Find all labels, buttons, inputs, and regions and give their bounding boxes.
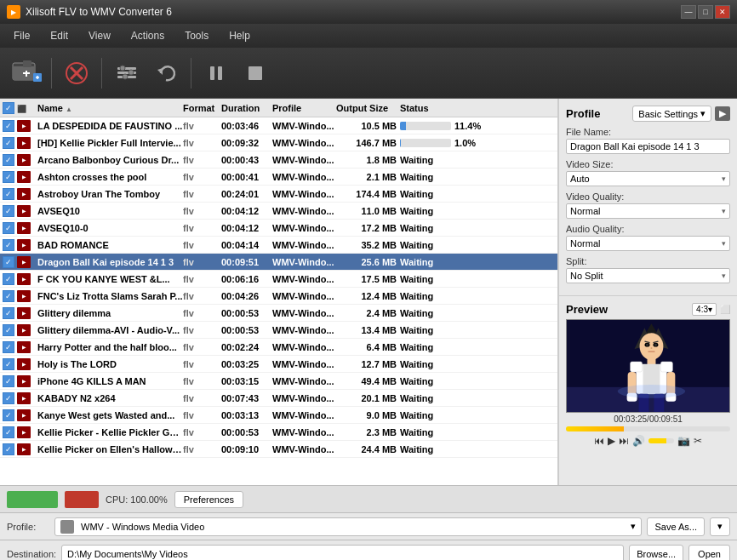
profile-select[interactable]: WMV - Windows Media Video ▾	[54, 517, 642, 536]
clip-button[interactable]: ✂	[694, 435, 702, 447]
table-row[interactable]: ▶ iPhone 4G KILLS A MAN flv 00:03:15 WMV…	[0, 373, 557, 390]
row-checkbox[interactable]	[3, 188, 14, 200]
file-list-body[interactable]: ▶ LA DESPEDIDA DE FAUSTINO ... flv 00:03…	[0, 117, 557, 485]
svg-point-26	[640, 333, 664, 360]
row-checkbox[interactable]	[3, 120, 14, 132]
stop-button[interactable]	[237, 55, 273, 91]
file-thumbnail: ▶	[17, 426, 31, 438]
close-button[interactable]: ✕	[715, 5, 730, 19]
preferences-button[interactable]: Preferences	[174, 491, 243, 508]
menu-tools[interactable]: Tools	[174, 26, 219, 45]
row-checkbox[interactable]	[3, 307, 14, 319]
basic-settings-button[interactable]: Basic Settings ▾	[632, 106, 711, 122]
row-checkbox[interactable]	[3, 154, 14, 166]
table-row[interactable]: ▶ FNC's Liz Trotta Slams Sarah P... flv …	[0, 288, 557, 305]
split-select[interactable]: No Split ▾	[566, 268, 730, 283]
row-name: FNC's Liz Trotta Slams Sarah P...	[34, 291, 183, 301]
table-row[interactable]: ▶ AVSEQ10-0 flv 00:04:12 WMV-Windo... 17…	[0, 220, 557, 237]
video-quality-select[interactable]: Normal ▾	[566, 203, 730, 219]
name-col-header[interactable]: Name ▲	[34, 103, 183, 113]
undo-button[interactable]	[148, 55, 184, 91]
table-row[interactable]: ▶ [HD] Kellie Pickler Full Intervie... f…	[0, 134, 557, 151]
row-status: Waiting	[400, 257, 557, 267]
row-checkbox[interactable]	[3, 205, 14, 217]
svg-rect-35	[648, 357, 656, 364]
row-format: flv	[183, 376, 221, 386]
row-checkbox[interactable]	[3, 137, 14, 149]
save-dropdown-button[interactable]: ▾	[710, 517, 730, 536]
table-row[interactable]: ▶ Astroboy Uran The Tomboy flv 00:24:01 …	[0, 186, 557, 203]
size-col-header[interactable]: Output Size	[336, 103, 400, 113]
row-checkbox[interactable]	[3, 426, 14, 438]
table-row[interactable]: ▶ BAD ROMANCE flv 00:04:14 WMV-Windo... …	[0, 237, 557, 254]
row-checkbox[interactable]	[3, 341, 14, 353]
fullscreen-icon[interactable]: ⬜	[720, 305, 730, 314]
video-size-select[interactable]: Auto ▾	[566, 171, 730, 186]
table-row[interactable]: ▶ Glittery dilemma-AVI - Audio-V... flv …	[0, 322, 557, 339]
open-button[interactable]: Open	[688, 545, 730, 561]
table-row[interactable]: ▶ Glittery dilemma flv 00:00:53 WMV-Wind…	[0, 305, 557, 322]
preview-progress-bar[interactable]	[566, 426, 730, 431]
rewind-button[interactable]: ⏮	[594, 435, 604, 447]
volume-slider[interactable]	[648, 438, 674, 443]
format-col-header[interactable]: Format	[183, 103, 221, 113]
minimize-button[interactable]: —	[681, 5, 696, 19]
row-checkbox[interactable]	[3, 290, 14, 302]
settings-button[interactable]	[109, 55, 145, 91]
table-row[interactable]: ▶ Ashton crosses the pool flv 00:00:41 W…	[0, 169, 557, 186]
table-row[interactable]: ▶ Kellie Picker - Kellie Pickler Get... …	[0, 424, 557, 441]
row-checkbox[interactable]	[3, 375, 14, 387]
row-size: 24.4 MB	[336, 444, 400, 454]
select-all-checkbox[interactable]	[3, 102, 14, 114]
file-name-input[interactable]	[566, 139, 730, 154]
table-row[interactable]: ▶ Kanye West gets Wasted and... flv 00:0…	[0, 407, 557, 424]
row-checkbox[interactable]	[3, 392, 14, 404]
table-row[interactable]: ▶ Holy is The LORD flv 00:03:25 WMV-Wind…	[0, 356, 557, 373]
expand-panel-button[interactable]: ▶	[715, 106, 730, 121]
row-name: Arcano Balbonboy Curious Dr...	[34, 155, 183, 165]
row-checkbox[interactable]	[3, 324, 14, 336]
table-row[interactable]: ▶ AVSEQ10 flv 00:04:12 WMV-Windo... 11.0…	[0, 203, 557, 220]
row-checkbox[interactable]	[3, 358, 14, 370]
row-duration: 00:09:51	[221, 257, 272, 267]
row-checkbox[interactable]	[3, 273, 14, 285]
destination-input[interactable]	[61, 545, 624, 561]
table-row[interactable]: ▶ Arcano Balbonboy Curious Dr... flv 00:…	[0, 151, 557, 169]
row-checkbox[interactable]	[3, 239, 14, 251]
save-as-button[interactable]: Save As...	[647, 517, 705, 536]
dropdown-arrow-icon: ▾	[700, 108, 706, 119]
row-checkbox[interactable]	[3, 171, 14, 183]
table-row[interactable]: ▶ F CK YOU KANYE WEST &L... flv 00:06:16…	[0, 271, 557, 288]
row-checkbox[interactable]	[3, 256, 14, 268]
audio-quality-select[interactable]: Normal ▾	[566, 236, 730, 251]
aspect-ratio-button[interactable]: 4:3▾	[692, 303, 717, 316]
table-row[interactable]: ▶ KABADY N2 x264 flv 00:07:43 WMV-Windo.…	[0, 390, 557, 407]
table-row[interactable]: ▶ Dragon Ball Kai episode 14 1 3 flv 00:…	[0, 254, 557, 271]
status-col-header[interactable]: Status	[400, 103, 557, 113]
row-checkbox[interactable]	[3, 409, 14, 421]
menu-file[interactable]: File	[3, 26, 40, 45]
row-checkbox[interactable]	[3, 443, 14, 455]
menu-actions[interactable]: Actions	[121, 26, 174, 45]
forward-button[interactable]: ⏭	[619, 435, 629, 447]
duration-col-header[interactable]: Duration	[221, 103, 272, 113]
table-row[interactable]: ▶ Kellie Picker on Ellen's Hallowe... fl…	[0, 441, 557, 458]
menu-view[interactable]: View	[78, 26, 121, 45]
remove-button[interactable]	[59, 55, 94, 91]
add-files-button[interactable]	[9, 55, 44, 91]
menu-edit[interactable]: Edit	[40, 26, 78, 45]
row-checkbox[interactable]	[3, 222, 14, 234]
screenshot-button[interactable]: 📷	[677, 435, 690, 447]
row-status: Waiting	[400, 172, 557, 182]
file-thumbnail: ▶	[17, 188, 31, 200]
table-row[interactable]: ▶ LA DESPEDIDA DE FAUSTINO ... flv 00:03…	[0, 117, 557, 134]
play-button[interactable]: ▶	[608, 435, 615, 447]
profile-col-header[interactable]: Profile	[272, 103, 336, 113]
row-size: 6.4 MB	[336, 342, 400, 352]
browse-button[interactable]: Browse...	[629, 545, 683, 561]
maximize-button[interactable]: □	[698, 5, 713, 19]
menu-help[interactable]: Help	[219, 26, 260, 45]
table-row[interactable]: ▶ Harry Potter and the half bloo... flv …	[0, 339, 557, 356]
row-name: [HD] Kellie Pickler Full Intervie...	[34, 138, 183, 148]
pause-button[interactable]	[198, 55, 234, 91]
